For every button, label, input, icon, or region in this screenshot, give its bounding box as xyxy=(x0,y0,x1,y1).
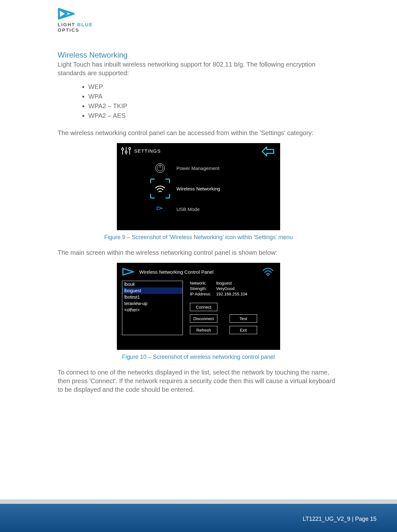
info-label-ip: IP Address: xyxy=(190,292,216,296)
network-row[interactable]: teraview-up xyxy=(122,300,182,307)
figure10-caption: Figure 10 – Screenshot of wireless netwo… xyxy=(58,354,339,360)
network-info: Network: lboguest Strength: VeryGood IP … xyxy=(190,281,275,296)
page-footer: LT1221_UG_V2_9 | Page 15 xyxy=(0,499,397,532)
settings-item-label: Wireless Networking xyxy=(176,186,220,191)
intro-paragraph: Light Touch has inbuilt wireless network… xyxy=(58,60,339,77)
info-value-strength: VeryGood xyxy=(216,286,275,291)
network-row[interactable]: lbouk xyxy=(122,281,182,287)
info-label-strength: Strength: xyxy=(190,286,216,291)
after-list-paragraph: The wireless networking control panel ca… xyxy=(58,129,339,137)
svg-point-3 xyxy=(125,151,127,153)
logo-line1-blue: BLUE xyxy=(77,22,93,27)
sliders-icon xyxy=(121,146,132,155)
figure9-caption: Figure 9 – Screenshot of 'Wireless Netwo… xyxy=(58,234,339,241)
settings-item-power[interactable]: Power Management xyxy=(152,158,280,178)
wifi-panel-title: Wireless Networking Control Panel xyxy=(139,269,262,275)
svg-point-9 xyxy=(267,275,269,276)
after-fig10-paragraph: To connect to one of the networks displa… xyxy=(58,368,339,394)
info-value-ip: 192.168.255.104 xyxy=(216,292,275,296)
disconnect-button[interactable]: Disconnect xyxy=(190,314,217,323)
network-row[interactable]: <other> xyxy=(122,307,182,313)
enc-item: WPA xyxy=(88,92,339,101)
footer-text: LT1221_UG_V2_9 | Page 15 xyxy=(303,516,377,522)
info-value-network: lboguest xyxy=(216,281,275,286)
settings-screenshot: SETTINGS Power Management xyxy=(117,143,280,230)
section-title: Wireless Networking xyxy=(58,51,339,60)
settings-item-label: Power Management xyxy=(176,165,219,171)
back-arrow-icon[interactable] xyxy=(261,146,276,157)
settings-title: SETTINGS xyxy=(134,148,161,154)
logo-text: LIGHT BLUE OPTICS xyxy=(58,22,339,33)
logo-line2: OPTICS xyxy=(58,27,79,33)
settings-item-label: USB Mode xyxy=(176,206,200,212)
info-label-network: Network: xyxy=(190,281,216,286)
logo-mark-icon xyxy=(122,268,135,276)
exit-button[interactable]: Exit xyxy=(230,326,257,334)
test-button[interactable]: Test xyxy=(230,314,257,323)
encryption-list: WEP WPA WPA2 – TKIP WPA2 – AES xyxy=(58,82,339,120)
enc-item: WEP xyxy=(88,82,339,92)
settings-item-usb[interactable]: USB Mode xyxy=(152,199,280,219)
enc-item: WPA2 – AES xyxy=(88,111,339,120)
svg-point-1 xyxy=(122,148,124,150)
after-fig9-paragraph: The main screen within the wireless netw… xyxy=(58,248,339,257)
network-list[interactable]: lbouk lboguest lbotest1 teraview-up <oth… xyxy=(122,281,183,335)
wifi-control-panel-screenshot: Wireless Networking Control Panel lbouk xyxy=(117,263,280,350)
usb-icon xyxy=(152,201,168,217)
logo-mark-icon xyxy=(58,8,77,20)
network-row[interactable]: lbotest1 xyxy=(122,294,182,300)
connect-button[interactable]: Connect xyxy=(190,303,217,311)
wifi-icon xyxy=(152,181,168,197)
logo: LIGHT BLUE OPTICS xyxy=(58,8,339,33)
enc-item: WPA2 – TKIP xyxy=(88,101,339,111)
refresh-button[interactable]: Refresh xyxy=(190,326,217,334)
network-row[interactable]: lboguest xyxy=(122,287,182,294)
logo-line1: LIGHT xyxy=(58,22,77,27)
settings-item-wireless[interactable]: Wireless Networking xyxy=(152,178,280,199)
wifi-status-icon xyxy=(262,267,274,276)
svg-point-5 xyxy=(129,148,131,149)
power-icon xyxy=(152,160,168,176)
